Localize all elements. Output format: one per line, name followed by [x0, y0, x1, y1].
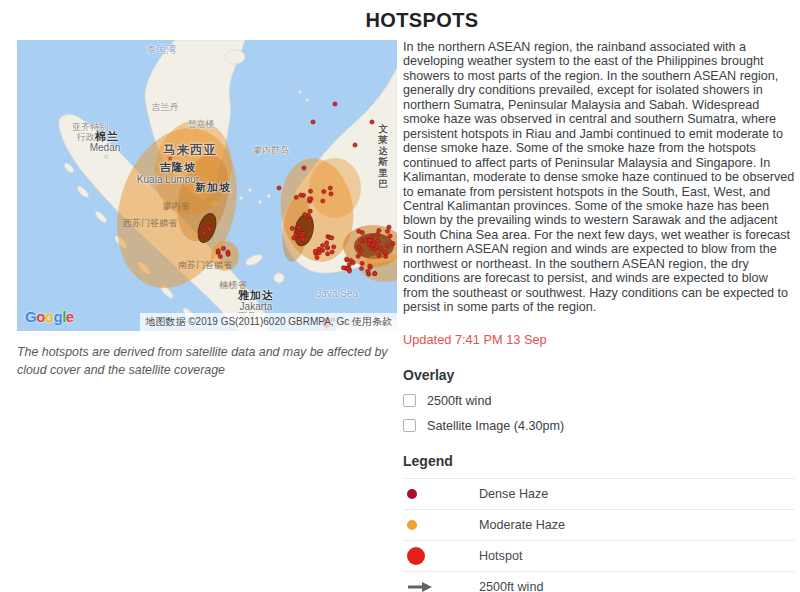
map-caption: The hotspots are derived from satellite …	[17, 344, 399, 379]
hotspot-dot	[347, 269, 351, 273]
hotspot-dot	[300, 233, 304, 237]
hotspot-dot	[353, 143, 357, 147]
map-canvas	[17, 40, 397, 331]
hotspot-dot	[226, 252, 230, 256]
moderate-haze-icon	[403, 520, 479, 530]
overlay-option-label: Satellite Image (4.30pm)	[427, 419, 564, 433]
hotspot-dot	[385, 244, 389, 248]
hotspot-dot	[367, 272, 371, 276]
hotspot-dot	[326, 252, 330, 256]
hotspot-dot	[328, 186, 332, 190]
google-logo-letter: e	[66, 308, 74, 325]
hotspot-dot	[321, 199, 325, 203]
hotspot-dot	[357, 229, 361, 233]
hotspot-dot	[376, 232, 380, 236]
hotspot-dot	[302, 166, 306, 170]
dense-haze-icon	[403, 489, 479, 499]
legend-row: Dense Haze	[403, 479, 795, 510]
updated-timestamp: Updated 7:41 PM 13 Sep	[403, 332, 795, 347]
hotspot-map[interactable]: 泰国湾吉兰丹登嘉楼亚齐特别 行政区棉兰Medan○马来西亚★吉隆坡Kuala L…	[17, 40, 397, 331]
hotspot-dot	[377, 228, 381, 232]
hotspot-dot	[368, 264, 372, 268]
hotspot-dot	[315, 256, 319, 260]
hotspot-dot	[221, 246, 225, 250]
hotspot-dot	[325, 241, 329, 245]
hotspot-dot	[345, 257, 349, 261]
hotspot-dot	[376, 239, 380, 243]
overlay-options: 2500ft windSatellite Image (4.30pm)	[403, 394, 795, 433]
legend-label: Moderate Haze	[479, 518, 565, 532]
hotspot-dot	[216, 249, 220, 253]
report-panel: In the northern ASEAN region, the rainba…	[403, 40, 795, 592]
hotspot-dot	[294, 195, 298, 199]
hotspot-dot	[207, 227, 211, 231]
hotspot-dot	[370, 235, 374, 239]
legend-heading: Legend	[403, 453, 795, 469]
hotspot-dot	[341, 266, 345, 270]
hotspot-dot	[356, 254, 360, 258]
hotspot-dot	[360, 261, 364, 265]
hotspot-dot	[307, 197, 311, 201]
hotspot-dot	[391, 241, 395, 245]
google-logo-letter: o	[36, 308, 45, 325]
hotspot-dot	[332, 245, 336, 249]
hotspot-dot	[202, 231, 206, 235]
report-body: In the northern ASEAN region, the rainba…	[403, 40, 795, 315]
checkbox[interactable]	[403, 394, 416, 407]
hotspot-dot	[370, 120, 374, 124]
hotspot-dot	[377, 254, 381, 258]
hotspot-dot	[384, 254, 388, 258]
hotspot-icon	[403, 547, 479, 565]
legend-label: Hotspot	[479, 549, 522, 563]
hotspot-dot	[308, 189, 312, 193]
overlay-option-row: 2500ft wind	[403, 394, 795, 408]
hotspot-dot	[292, 236, 296, 240]
land-island	[225, 50, 245, 64]
google-logo-letter: o	[45, 308, 54, 325]
hotspot-dot	[311, 120, 315, 124]
hotspot-dot	[299, 193, 303, 197]
hotspot-dot	[330, 250, 334, 254]
hotspot-dot	[218, 255, 222, 259]
google-logo[interactable]: Google	[25, 308, 74, 325]
legend-row: Moderate Haze	[403, 510, 795, 541]
hotspot-dot	[347, 263, 351, 267]
hotspot-dot	[357, 245, 361, 249]
hotspot-dot	[325, 245, 329, 249]
2500ft-wind-icon	[403, 582, 479, 592]
hotspot-dot	[277, 186, 281, 190]
hotspot-dot	[322, 190, 326, 194]
overlay-option-row: Satellite Image (4.30pm)	[403, 419, 795, 433]
hotspot-dot	[385, 229, 389, 233]
hotspot-dot	[301, 237, 305, 241]
google-logo-letter: G	[25, 308, 36, 325]
hotspot-dot	[297, 225, 301, 229]
hotspot-dot	[313, 249, 317, 253]
hotspot-dot	[387, 225, 391, 229]
legend-label: Dense Haze	[479, 487, 548, 501]
hotspot-dot	[371, 243, 375, 247]
hotspot-dot	[388, 234, 392, 238]
land-bangka	[244, 253, 264, 268]
hotspot-dot	[321, 243, 325, 247]
hotspot-dot	[303, 212, 307, 216]
checkbox[interactable]	[403, 419, 416, 432]
overlay-option-label: 2500ft wind	[427, 394, 491, 408]
hotspot-dot	[368, 239, 372, 243]
map-attribution[interactable]: 地图数据 ©2019 GS(2011)6020 GBRMPA, Gc 使用条款	[140, 313, 397, 331]
legend-list: Dense HazeModerate HazeHotspot2500ft win…	[403, 478, 795, 592]
overlay-heading: Overlay	[403, 367, 795, 383]
hotspot-dot	[329, 192, 333, 196]
hotspot-dot	[330, 236, 334, 240]
hotspot-dot	[363, 238, 367, 242]
hotspot-dot	[373, 271, 377, 275]
legend-row: Hotspot	[403, 541, 795, 572]
hotspot-dot	[379, 246, 383, 250]
hotspot-dot	[359, 266, 363, 270]
page: HOTSPOTS	[0, 0, 800, 592]
legend-row: 2500ft wind	[403, 572, 795, 592]
google-logo-letter: g	[54, 308, 63, 325]
hotspot-dot	[308, 209, 312, 213]
legend-label: 2500ft wind	[479, 580, 543, 592]
hotspot-dot	[333, 102, 337, 106]
